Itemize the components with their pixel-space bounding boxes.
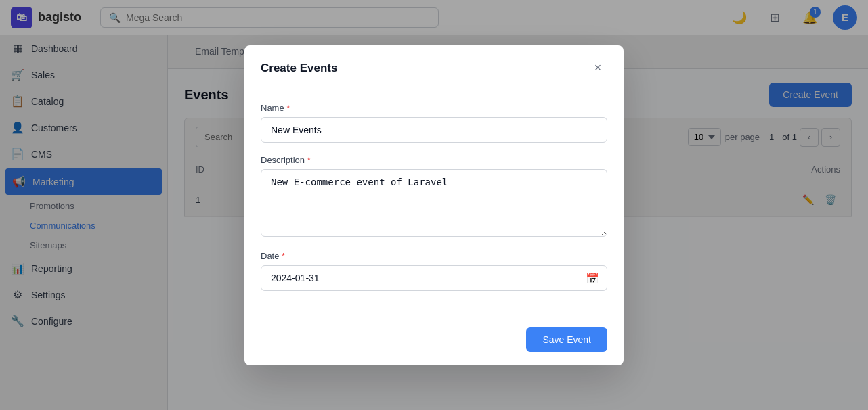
description-textarea[interactable]: New E-commerce event of Laravel <box>261 169 607 237</box>
date-form-group: Date * 📅 <box>261 251 607 291</box>
modal-header: Create Events × <box>244 45 624 89</box>
description-label: Description * <box>261 155 607 165</box>
name-input[interactable] <box>261 117 607 143</box>
name-form-group: Name * <box>261 103 607 143</box>
create-events-modal: Create Events × Name * Description * New… <box>244 45 624 365</box>
modal-body: Name * Description * New E-commerce even… <box>244 89 624 317</box>
date-input-wrap: 📅 <box>261 265 607 291</box>
modal-overlay: Create Events × Name * Description * New… <box>0 0 868 410</box>
date-label: Date * <box>261 251 607 261</box>
date-input[interactable] <box>261 265 607 291</box>
modal-footer: Save Event <box>244 317 624 365</box>
modal-close-button[interactable]: × <box>588 59 607 78</box>
description-form-group: Description * New E-commerce event of La… <box>261 155 607 239</box>
save-event-button[interactable]: Save Event <box>526 327 607 352</box>
name-label: Name * <box>261 103 607 113</box>
modal-title: Create Events <box>261 62 337 75</box>
